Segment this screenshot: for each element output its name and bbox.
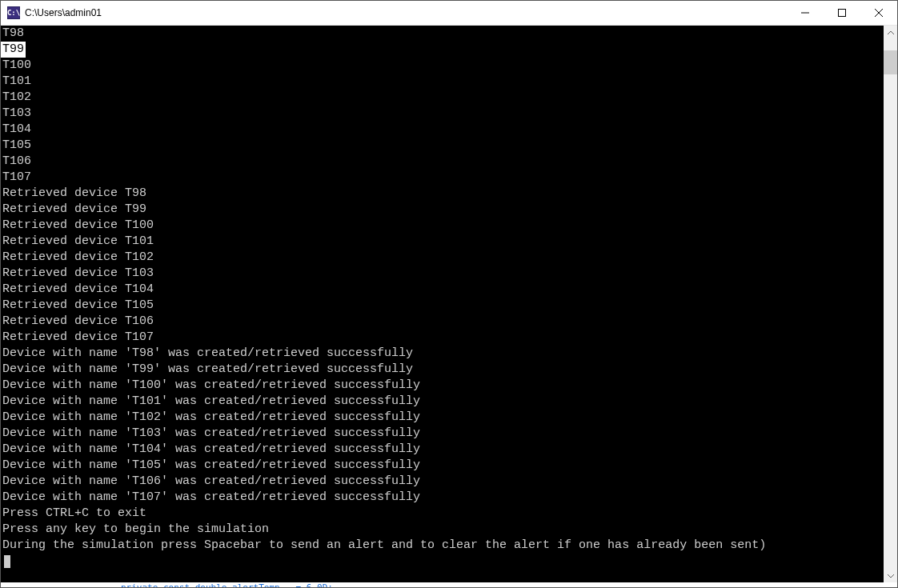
title-bar[interactable]: C:\ C:\Users\admin01 [1,1,897,26]
maximize-button[interactable] [824,1,860,26]
console-line: Retrieved device T100 [1,218,884,234]
console-line: T105 [1,138,884,154]
chevron-up-icon [887,29,895,37]
svg-rect-0 [839,10,846,17]
console-line: Device with name 'T107' was created/retr… [1,490,884,506]
scroll-up-button[interactable] [884,26,897,39]
console-line: Device with name 'T104' was created/retr… [1,442,884,458]
console-line: T101 [1,74,884,90]
console-cursor-line [1,554,884,570]
console-line: Retrieved device T98 [1,186,884,202]
close-button[interactable] [860,1,897,26]
scrollbar-track[interactable] [884,39,897,569]
close-icon [875,9,883,17]
console-line: Device with name 'T105' was created/retr… [1,458,884,474]
console-line: Retrieved device T102 [1,250,884,266]
console-line: Retrieved device T107 [1,330,884,346]
console-line: Retrieved device T106 [1,314,884,330]
console-line: Retrieved device T103 [1,266,884,282]
console-line: T99 [1,42,26,58]
console-line: Press any key to begin the simulation [1,522,884,538]
background-code-fragment: private const double alertTemp = 6.0D; [1,582,897,587]
console-line: T103 [1,106,884,122]
console-line: Retrieved device T99 [1,202,884,218]
console-line: T102 [1,90,884,106]
vertical-scrollbar[interactable] [884,26,897,582]
console-line: Device with name 'T99' was created/retri… [1,362,884,378]
console-line: Device with name 'T100' was created/retr… [1,378,884,394]
minimize-button[interactable] [787,1,824,26]
console-line: T106 [1,154,884,170]
client-area: T98T99T100T101T102T103T104T105T106T107Re… [1,26,897,582]
console-line: Retrieved device T105 [1,298,884,314]
console-line: During the simulation press Spacebar to … [1,538,884,554]
console-line: Device with name 'T98' was created/retri… [1,346,884,362]
chevron-down-icon [887,572,895,580]
minimize-icon [801,9,809,17]
console-line: Retrieved device T104 [1,282,884,298]
maximize-icon [838,9,846,17]
console-line: Press CTRL+C to exit [1,506,884,522]
console-line: T98 [1,26,884,42]
window-title: C:\Users\admin01 [25,7,102,18]
console-line: T104 [1,122,884,138]
console-output[interactable]: T98T99T100T101T102T103T104T105T106T107Re… [1,26,884,582]
console-line: Device with name 'T102' was created/retr… [1,410,884,426]
scrollbar-thumb[interactable] [884,50,897,74]
console-line: Device with name 'T103' was created/retr… [1,426,884,442]
console-line: Device with name 'T101' was created/retr… [1,394,884,410]
console-window: C:\ C:\Users\admin01 T98T99T100T101T102T… [0,0,898,588]
scroll-down-button[interactable] [884,569,897,582]
text-cursor [4,555,10,568]
console-line: Device with name 'T106' was created/retr… [1,474,884,490]
console-line: Retrieved device T101 [1,234,884,250]
console-line: T107 [1,170,884,186]
app-icon: C:\ [7,6,20,19]
console-line: T100 [1,58,884,74]
